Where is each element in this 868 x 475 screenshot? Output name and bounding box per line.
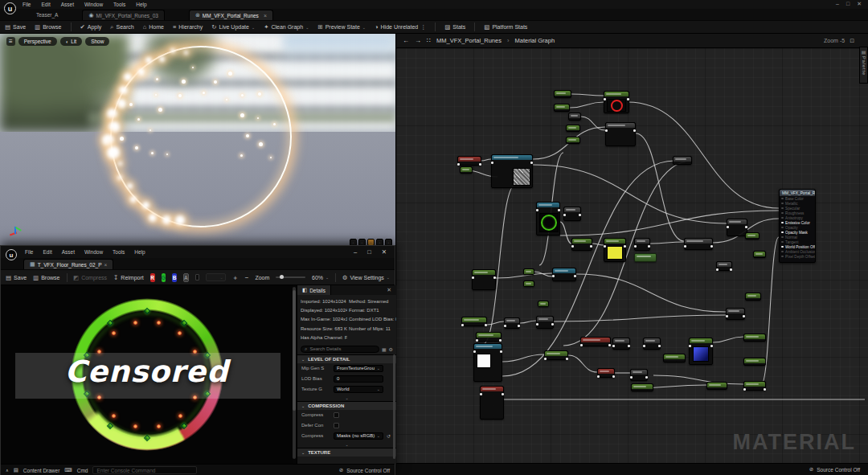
texture-window-maximize-icon[interactable]: □ (367, 248, 371, 256)
named-parameter-node[interactable] (480, 386, 504, 420)
menu-tools[interactable]: Tools (113, 2, 125, 7)
named-parameter-node[interactable] (457, 156, 481, 166)
output-pin[interactable] (730, 268, 732, 271)
texture-preview-canvas[interactable]: Censored (1, 285, 293, 464)
input-pin[interactable] (612, 345, 615, 347)
input-pin[interactable] (597, 375, 600, 378)
scalar-parameter-node[interactable] (472, 269, 496, 290)
scalar-parameter-node[interactable] (566, 137, 580, 144)
perspective-button[interactable]: Perspective (18, 37, 57, 46)
scalar-parameter-node[interactable] (743, 358, 766, 366)
expression-node[interactable] (568, 113, 581, 121)
named-parameter-node[interactable] (597, 368, 615, 378)
scalar-parameter-node[interactable] (566, 125, 580, 132)
breadcrumb-title[interactable]: MM_VFX_Portal_Runes (436, 37, 502, 44)
scalar-parameter-node[interactable] (743, 381, 766, 391)
input-pin[interactable] (580, 344, 583, 346)
display-filter-icon[interactable]: ▦ (382, 346, 387, 352)
output-pin[interactable] (479, 163, 481, 166)
tab-close-icon[interactable]: × (104, 262, 107, 268)
input-pin[interactable] (536, 323, 538, 326)
output-pin[interactable] (500, 350, 502, 353)
details-scrollbar[interactable] (393, 354, 395, 459)
viewport-menu-icon[interactable]: ≡ (6, 37, 15, 46)
output-pin[interactable] (574, 275, 576, 277)
scalar-parameter-node[interactable] (745, 232, 760, 240)
cmd-button[interactable]: Cmd (77, 468, 88, 473)
channel-b-button[interactable]: B (172, 273, 177, 282)
input-pin[interactable] (727, 226, 729, 228)
input-pin[interactable] (726, 315, 728, 317)
tab-mi_vfx_portal_runes_03[interactable]: ◉MI_VFX_Portal_Runes_03 (82, 10, 164, 20)
tex-menu-help[interactable]: Help (134, 249, 145, 255)
menu-file[interactable]: File (23, 2, 31, 7)
output-pin[interactable] (743, 315, 745, 317)
texture-scrollbar[interactable] (293, 287, 296, 459)
live-update-button[interactable]: ↻Live Update⌄ (211, 23, 255, 31)
section-expander[interactable]: ⌄ (297, 395, 396, 401)
expression-node[interactable] (716, 261, 732, 271)
expression-node[interactable] (643, 338, 661, 350)
material-pin-emissive-color[interactable]: Emissive Color (780, 220, 815, 225)
scalar-parameter-node[interactable] (538, 301, 549, 307)
expression-node[interactable] (726, 308, 745, 320)
tex-menu-asset[interactable]: Asset (62, 249, 75, 255)
palette-tab[interactable]: ▤ Palette (859, 47, 868, 84)
property-checkbox[interactable] (334, 423, 339, 428)
input-pin[interactable] (472, 276, 474, 279)
output-pin[interactable] (628, 345, 630, 347)
save-button[interactable]: ▤Save (5, 23, 26, 31)
output-pin[interactable] (493, 276, 496, 279)
mip-checkbox[interactable] (195, 274, 199, 280)
tab-mm_vfx_portal_runes[interactable]: ⊗MM_VFX_Portal_Runes× (189, 10, 273, 20)
zoom-slider-thumb[interactable] (280, 275, 284, 279)
console-input[interactable]: Enter Console Command (92, 466, 197, 474)
output-pin[interactable] (502, 393, 504, 395)
channel-g-button[interactable]: G (162, 273, 166, 282)
settings-gear-icon[interactable]: ⚙ (389, 346, 393, 352)
view-settings-button[interactable]: ⚙View Settings⌄ (342, 274, 390, 281)
save-button[interactable]: ▤Save (6, 274, 27, 281)
tex-menu-edit[interactable]: Edit (43, 249, 51, 255)
expression-node[interactable] (605, 122, 636, 146)
scalar-parameter-node[interactable] (753, 251, 766, 258)
output-pin[interactable] (608, 344, 611, 346)
material-pin-pixel-depth-offset[interactable]: Pixel Depth Offset (780, 254, 815, 259)
reset-to-default-icon[interactable]: ↺ (387, 433, 391, 439)
scalar-parameter-node[interactable] (460, 166, 473, 174)
input-pin[interactable] (480, 393, 482, 395)
scalar-parameter-node[interactable] (743, 334, 766, 342)
texture-editor-window[interactable]: u FileEditAssetWindowToolsHelp –□✕ ➤ ▦ T… (0, 245, 395, 475)
scalar-parameter-node[interactable] (631, 383, 653, 391)
output-pin[interactable] (764, 388, 766, 391)
scalar-parameter-node[interactable] (571, 238, 592, 251)
output-pin[interactable] (566, 358, 568, 360)
search-button[interactable]: ⌕Search (110, 23, 133, 31)
scalar-parameter-node[interactable] (554, 90, 571, 98)
input-pin[interactable] (457, 163, 460, 166)
output-pin[interactable] (633, 129, 636, 132)
zoom-value[interactable]: 60%⌄ (312, 275, 329, 280)
expression-node[interactable] (634, 238, 650, 251)
output-pin[interactable] (551, 323, 554, 326)
compress-button[interactable]: ◩Compress (73, 274, 107, 281)
texture-window-close-icon[interactable]: ✕ (382, 248, 387, 256)
texture-window-titlebar[interactable]: u FileEditAssetWindowToolsHelp –□✕ (1, 246, 395, 258)
scalar-parameter-node[interactable] (745, 293, 761, 301)
property-dropdown[interactable]: World⌄ (334, 386, 383, 393)
menu-asset[interactable]: Asset (61, 2, 74, 7)
scalar-parameter-node[interactable] (663, 354, 686, 362)
back-icon[interactable]: ← (403, 37, 409, 44)
scalar-parameter-node[interactable] (544, 350, 568, 360)
input-pin[interactable] (473, 350, 476, 353)
bookmark-icon[interactable]: ⊡ (850, 38, 854, 44)
material-pin-ambient-occlusion[interactable]: Ambient Occlusion (780, 249, 815, 254)
output-pin[interactable] (558, 209, 560, 211)
tab-close-icon[interactable]: × (264, 13, 267, 18)
show-button[interactable]: Show (85, 37, 109, 46)
apps-icon[interactable]: ∷ (427, 37, 431, 44)
input-pin[interactable] (604, 98, 606, 100)
scalar-parameter-node[interactable] (604, 91, 629, 113)
input-pin[interactable] (461, 324, 464, 326)
input-pin[interactable] (684, 245, 686, 248)
